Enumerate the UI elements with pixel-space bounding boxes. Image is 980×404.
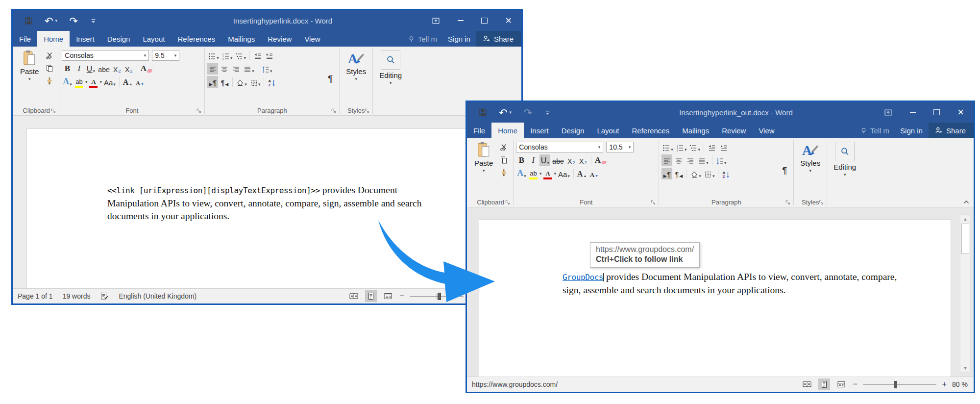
superscript-button[interactable]: X2 — [578, 154, 588, 166]
scroll-up-button[interactable] — [961, 215, 970, 223]
undo-button[interactable]: ↶ — [499, 107, 512, 118]
font-color-dropdown-icon[interactable] — [99, 80, 102, 84]
italic-button[interactable]: I — [74, 63, 84, 75]
decrease-indent-button[interactable] — [252, 50, 263, 61]
shrink-font-button[interactable]: A — [588, 168, 599, 179]
zoom-percentage[interactable]: 80 % — [952, 380, 968, 388]
editing-button[interactable]: Editing — [830, 140, 860, 197]
save-icon[interactable] — [24, 17, 33, 25]
shrink-font-button[interactable]: A — [134, 76, 145, 88]
line-spacing-button[interactable] — [261, 63, 273, 75]
paste-button[interactable]: Paste — [470, 140, 497, 197]
close-button[interactable] — [957, 107, 964, 118]
cut-button[interactable] — [44, 50, 55, 61]
word-count[interactable]: 19 words — [63, 292, 91, 300]
read-mode-button[interactable] — [348, 290, 360, 302]
paragraph-dialog-launcher[interactable] — [330, 107, 337, 114]
tab-insert[interactable]: Insert — [70, 31, 101, 47]
font-color-button[interactable]: A — [88, 76, 98, 88]
tab-insert[interactable]: Insert — [524, 123, 555, 138]
save-icon[interactable] — [479, 108, 487, 117]
subscript-button[interactable]: X2 — [566, 154, 577, 166]
tab-design[interactable]: Design — [555, 123, 591, 138]
font-color-button[interactable]: A — [542, 168, 553, 179]
bullets-button[interactable] — [662, 141, 674, 153]
justify-dropdown-icon[interactable] — [706, 161, 709, 165]
borders-button[interactable] — [249, 76, 262, 88]
document-page[interactable]: https://www.groupdocs.com/ Ctrl+Click to… — [479, 219, 951, 377]
font-name-combobox[interactable]: Consolas — [62, 50, 149, 61]
tab-file[interactable]: File — [13, 31, 37, 47]
paste-dropdown-icon[interactable] — [28, 77, 31, 81]
share-button[interactable]: Share — [929, 123, 974, 138]
undo-dropdown-icon[interactable] — [510, 110, 512, 115]
zoom-slider[interactable] — [863, 384, 936, 385]
align-right-button[interactable] — [231, 63, 242, 75]
line-spacing-dropdown-icon[interactable] — [270, 69, 272, 74]
customize-qat-icon[interactable] — [544, 109, 551, 116]
font-size-combobox[interactable]: 10.5 — [606, 142, 634, 152]
share-button[interactable]: Share — [476, 31, 521, 47]
align-center-button[interactable] — [219, 63, 230, 75]
styles-dropdown-icon[interactable] — [809, 169, 812, 173]
clipboard-dialog-launcher[interactable] — [50, 107, 56, 114]
highlight-button[interactable]: ab — [528, 168, 539, 179]
editing-dropdown-icon[interactable] — [390, 81, 392, 85]
web-layout-button[interactable] — [835, 379, 847, 390]
cut-button[interactable] — [498, 142, 510, 152]
page-count[interactable]: Page 1 of 1 — [18, 292, 53, 300]
tab-references[interactable]: References — [171, 31, 221, 47]
zoom-in-button[interactable] — [942, 379, 947, 389]
bold-button[interactable]: B — [62, 63, 73, 75]
tab-view[interactable]: View — [752, 123, 781, 138]
numbering-button[interactable] — [221, 50, 234, 61]
minimize-button[interactable] — [910, 112, 916, 113]
show-hide-pilcrow-button[interactable]: ¶ — [324, 69, 337, 89]
ltr-direction-button[interactable]: ▶¶ — [662, 168, 672, 179]
zoom-out-button[interactable] — [853, 379, 858, 389]
shading-dropdown-icon[interactable] — [245, 82, 247, 87]
grow-font-button[interactable]: A — [576, 168, 588, 179]
change-case-button[interactable]: Aa — [557, 168, 571, 179]
superscript-button[interactable]: X2 — [123, 63, 134, 75]
paragraph-dialog-launcher[interactable] — [784, 199, 791, 205]
text-effects-button[interactable]: A — [516, 168, 527, 179]
tab-layout[interactable]: Layout — [136, 31, 171, 47]
increase-indent-button[interactable] — [264, 50, 275, 61]
paste-button[interactable]: Paste — [16, 48, 43, 105]
close-button[interactable] — [505, 15, 512, 26]
tab-file[interactable]: File — [467, 123, 491, 138]
justify-button[interactable] — [697, 154, 710, 166]
underline-button-active[interactable]: U — [539, 154, 550, 166]
tab-home[interactable]: Home — [37, 31, 70, 47]
redo-button[interactable]: ↷ — [69, 16, 78, 26]
rtl-direction-button[interactable]: ¶◀ — [219, 76, 230, 88]
bold-button[interactable]: B — [516, 154, 527, 166]
styles-dialog-launcher[interactable] — [364, 107, 370, 114]
multilevel-list-button[interactable] — [234, 50, 247, 61]
change-case-dropdown-icon[interactable] — [113, 82, 116, 87]
font-size-dropdown-icon[interactable] — [172, 53, 177, 58]
editing-dropdown-icon[interactable] — [844, 173, 846, 177]
borders-button[interactable] — [703, 168, 716, 179]
align-right-button[interactable] — [685, 154, 696, 166]
font-name-combobox[interactable]: Consolas — [516, 142, 603, 152]
underline-dropdown-icon[interactable] — [547, 161, 549, 165]
tab-layout[interactable]: Layout — [590, 123, 625, 138]
ribbon-display-options-icon[interactable] — [432, 16, 440, 25]
scroll-down-button[interactable] — [961, 364, 970, 372]
shading-dropdown-icon[interactable] — [699, 174, 701, 178]
styles-button[interactable]: Styles — [796, 140, 824, 197]
copy-button[interactable] — [44, 63, 55, 74]
decrease-indent-button[interactable] — [707, 141, 717, 153]
justify-dropdown-icon[interactable] — [252, 69, 254, 74]
numbering-dropdown-icon[interactable] — [685, 148, 687, 152]
tab-view[interactable]: View — [298, 31, 326, 47]
line-spacing-button[interactable] — [715, 154, 728, 166]
print-layout-button[interactable] — [365, 290, 377, 302]
tab-design[interactable]: Design — [101, 31, 137, 47]
sign-in-button[interactable]: Sign in — [442, 31, 476, 47]
tab-review[interactable]: Review — [715, 123, 752, 138]
font-name-dropdown-icon[interactable] — [142, 53, 147, 58]
clear-formatting-button[interactable]: A — [140, 63, 153, 75]
